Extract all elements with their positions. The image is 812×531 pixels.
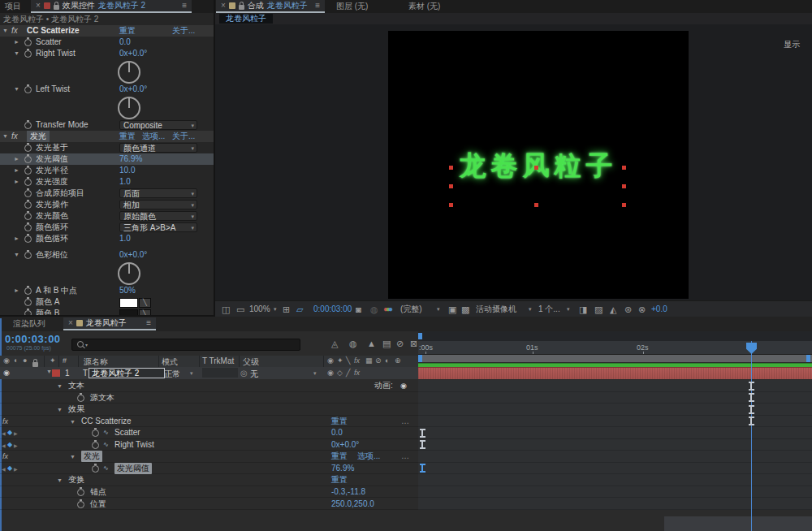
more-options[interactable]: …: [401, 416, 409, 427]
effect-link[interactable]: 选项...: [142, 131, 165, 142]
time-navigator-strip[interactable]: [418, 331, 812, 341]
timeline-row-位置[interactable]: 位置250.0,250.0: [0, 499, 418, 511]
row-label[interactable]: Scatter: [114, 427, 140, 438]
quality-icon[interactable]: ◉: [327, 369, 334, 377]
preview-time[interactable]: 0:00:03:00: [313, 301, 352, 317]
solo-icon[interactable]: ●: [23, 356, 27, 365]
row-label[interactable]: 发光阈值: [114, 463, 152, 474]
timeline-row-Scatter[interactable]: ◀◆▶∿Scatter0.0: [0, 427, 418, 439]
eyedropper-icon[interactable]: ╲: [139, 309, 151, 315]
layer-mode-select[interactable]: 正常: [164, 369, 180, 380]
row-link[interactable]: 重置: [331, 474, 348, 486]
effect-row-发光[interactable]: ▼fx发光重置选项...关于...: [0, 131, 214, 142]
motion-blur-switch-icon[interactable]: ⊘: [375, 356, 382, 365]
stopwatch-icon[interactable]: [92, 442, 99, 449]
eye-icon[interactable]: ◉: [3, 356, 10, 365]
row-label[interactable]: 源文本: [90, 392, 114, 404]
dial-control[interactable]: [118, 262, 140, 285]
effect-row-Left Twist[interactable]: ▼Left Twist0x+0.0°: [0, 84, 214, 95]
timeline-row-发光[interactable]: fx▼发光重置选项...…: [0, 451, 418, 463]
property-value[interactable]: 0.0: [119, 37, 131, 48]
previous-keyframe-icon[interactable]: ◀: [2, 428, 6, 439]
quality-slash-icon[interactable]: ╱: [346, 369, 350, 377]
effect-link[interactable]: 关于...: [172, 131, 195, 142]
chevron-down-icon[interactable]: ▾: [567, 301, 570, 317]
next-keyframe-icon[interactable]: ▶: [14, 440, 18, 451]
timeline-chart-icon[interactable]: ◭: [610, 301, 616, 317]
adjustment-switch-icon[interactable]: ◐: [385, 356, 389, 365]
timeline-row-变换[interactable]: ▼变换重置: [0, 474, 418, 486]
expander-icon[interactable]: ►: [14, 233, 19, 244]
channels-icon[interactable]: ●●●: [383, 301, 393, 317]
collapse-switch-icon[interactable]: ✦: [337, 356, 343, 365]
keyframe-icon[interactable]: [420, 464, 425, 473]
view-layout-select[interactable]: 1 个...: [538, 301, 560, 317]
close-icon[interactable]: ×: [221, 0, 226, 12]
stopwatch-icon[interactable]: [24, 167, 32, 175]
selection-handle[interactable]: [534, 166, 538, 170]
stopwatch-icon[interactable]: [24, 310, 32, 315]
expander-icon[interactable]: ▼: [57, 404, 63, 416]
comp-text[interactable]: 龙卷风粒子: [460, 148, 618, 184]
tab-project[interactable]: 项目: [0, 0, 26, 13]
effect-row-颜色 A[interactable]: 颜色 A╲: [0, 296, 214, 308]
effect-name[interactable]: CC Scatterize: [27, 25, 79, 37]
more-options[interactable]: …: [401, 451, 409, 462]
expander-icon[interactable]: ►: [14, 153, 19, 165]
effect-row-A 和 B 中点[interactable]: ►A 和 B 中点50%: [0, 285, 214, 296]
row-value[interactable]: 0x+0.0°: [331, 439, 359, 451]
row-value[interactable]: 250.0,250.0: [331, 499, 374, 510]
row-label[interactable]: 效果: [68, 404, 84, 415]
row-value[interactable]: 76.9%: [331, 463, 354, 474]
property-value[interactable]: 0x+0.0°: [119, 249, 147, 261]
shy-switch-icon[interactable]: ◉: [327, 356, 334, 365]
expander-icon[interactable]: ▼: [2, 25, 8, 37]
expander-icon[interactable]: ▼: [14, 48, 19, 59]
color-swatch[interactable]: [119, 309, 138, 315]
timeline-row-锚点[interactable]: 锚点-0.3,-11.8: [0, 486, 418, 499]
layer-name[interactable]: 龙卷风粒子 2: [89, 368, 165, 378]
property-value[interactable]: 50%: [119, 285, 136, 296]
monitor-icon[interactable]: ▭: [236, 301, 244, 317]
stopwatch-icon[interactable]: [24, 86, 32, 93]
close-icon[interactable]: ×: [68, 317, 73, 330]
current-timecode[interactable]: 0:00:03:00: [5, 333, 61, 345]
keyframe-icon[interactable]: [749, 382, 754, 391]
column-mode[interactable]: 模式: [162, 356, 178, 368]
expander-icon[interactable]: ▼: [70, 451, 76, 463]
row-value[interactable]: -0.3,-11.8: [331, 486, 365, 498]
expander-icon[interactable]: ►: [14, 165, 19, 176]
stopwatch-icon[interactable]: [24, 190, 32, 197]
dial-control[interactable]: [118, 97, 140, 119]
previous-keyframe-icon[interactable]: ◀: [2, 464, 6, 475]
draft-3d-icon[interactable]: ◍: [349, 335, 357, 352]
timeline-row-发光阈值[interactable]: ◀◆▶∿发光阈值76.9%: [0, 463, 418, 475]
column-trkmat[interactable]: T TrkMat: [202, 356, 234, 365]
panel-menu-icon[interactable]: ≡: [182, 0, 187, 12]
layer-expander-icon[interactable]: ▼: [46, 369, 52, 374]
effect-link[interactable]: 重置: [119, 131, 136, 142]
dial-control[interactable]: [118, 61, 140, 84]
tab-effect-controls[interactable]: × 效果控件 龙卷风粒子 2 ≡: [31, 0, 192, 13]
effect-icon[interactable]: ◇: [337, 369, 343, 377]
column-parent[interactable]: 父级: [243, 356, 259, 368]
selection-handle[interactable]: [534, 203, 538, 207]
keyframe-icon[interactable]: [749, 405, 754, 414]
transparency-grid-icon[interactable]: ▩: [461, 301, 469, 317]
property-dropdown[interactable]: 三角形 A>B>A▾: [119, 222, 197, 232]
expander-icon[interactable]: ▼: [14, 249, 19, 261]
chevron-down-icon[interactable]: ▾: [274, 301, 277, 317]
graph-icon[interactable]: ∿: [103, 463, 109, 474]
effect-row-发光阈值[interactable]: ►发光阈值76.9%: [0, 153, 214, 165]
work-area-start-handle[interactable]: [418, 355, 422, 362]
tab-footage[interactable]: 素材 (无): [404, 0, 445, 13]
effect-row-Transfer Mode[interactable]: Transfer ModeComposite▾: [0, 119, 214, 131]
effect-row-发光强度[interactable]: ►发光强度1.0: [0, 176, 214, 188]
frame-blend-icon[interactable]: ▤: [382, 335, 391, 352]
reset-exposure-icon[interactable]: ⊗: [638, 301, 646, 317]
keyframe-icon[interactable]: [749, 417, 754, 425]
eye-icon[interactable]: ◉: [3, 369, 10, 377]
stopwatch-icon[interactable]: [24, 156, 32, 163]
effect-row-颜色循环[interactable]: ►颜色循环1.0: [0, 233, 214, 244]
expander-icon[interactable]: ▼: [70, 417, 76, 428]
